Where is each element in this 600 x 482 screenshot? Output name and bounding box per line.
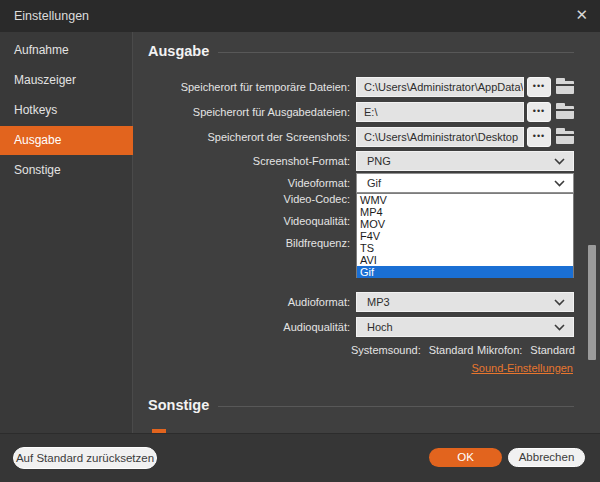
output-dir-input[interactable]: E:\: [356, 102, 524, 122]
sidebar-item-aufnahme[interactable]: Aufnahme: [0, 36, 133, 65]
section-heading-sonstige: Sonstige: [148, 397, 209, 413]
label-screenshot-dir: Speicherort der Screenshots:: [140, 127, 350, 147]
dropdown-option-gif[interactable]: Gif: [357, 266, 573, 278]
chevron-down-icon: [554, 158, 565, 165]
chevron-down-icon: [554, 324, 565, 331]
settings-dialog: Einstellungen ✕ Aufnahme Mauszeiger Hotk…: [0, 0, 600, 482]
label-temp-dir: Speicherort für temporäre Dateien:: [140, 77, 350, 97]
label-frame-rate: Bildfrequenz:: [140, 233, 350, 253]
video-format-value: Gif: [367, 177, 381, 189]
dropdown-option-f4v[interactable]: F4V: [357, 230, 573, 242]
close-icon[interactable]: ✕: [575, 6, 588, 24]
ok-button[interactable]: OK: [429, 448, 502, 467]
window-title: Einstellungen: [14, 9, 89, 23]
scrollbar-thumb[interactable]: [588, 245, 596, 360]
screenshot-dir-folder-icon[interactable]: [556, 128, 574, 144]
label-audio-format: Audioformat:: [140, 292, 350, 312]
temp-dir-folder-icon[interactable]: [556, 78, 574, 94]
cancel-button[interactable]: Abbrechen: [508, 448, 585, 467]
output-dir-browse-button[interactable]: •••: [527, 102, 551, 122]
heading-divider: [218, 406, 574, 407]
audio-quality-value: Hoch: [367, 321, 393, 333]
heading-divider: [218, 52, 574, 53]
dropdown-option-avi[interactable]: AVI: [357, 254, 573, 266]
systemsound-value: Standard: [429, 344, 474, 356]
sidebar-item-hotkeys[interactable]: Hotkeys: [0, 96, 133, 125]
dropdown-option-mp4[interactable]: MP4: [357, 206, 573, 218]
systemsound-info: Systemsound:Standard: [351, 344, 473, 356]
dropdown-option-mov[interactable]: MOV: [357, 218, 573, 230]
sound-settings-link[interactable]: Sound-Einstellungen: [471, 362, 573, 374]
audio-format-value: MP3: [367, 296, 390, 308]
dropdown-option-wmv[interactable]: WMV: [357, 194, 573, 206]
dropdown-option-ts[interactable]: TS: [357, 242, 573, 254]
temp-dir-browse-button[interactable]: •••: [527, 77, 551, 97]
sidebar-item-ausgabe[interactable]: Ausgabe: [0, 126, 133, 155]
screenshot-dir-browse-button[interactable]: •••: [527, 127, 551, 147]
screenshot-format-value: PNG: [367, 155, 391, 167]
sound-info-row: Systemsound:Standard Mikrofon:Standard: [351, 344, 575, 356]
sidebar-item-mauszeiger[interactable]: Mauszeiger: [0, 66, 133, 95]
label-screenshot-format: Screenshot-Format:: [140, 151, 350, 171]
chevron-down-icon: [554, 299, 565, 306]
audio-format-select[interactable]: MP3: [356, 292, 574, 312]
output-dir-folder-icon[interactable]: [556, 103, 574, 119]
temp-dir-input[interactable]: C:\Users\Administrator\AppData\Lo: [356, 77, 524, 97]
video-format-dropdown-list: WMV MP4 MOV F4V TS AVI Gif: [356, 193, 574, 278]
sidebar-item-sonstige[interactable]: Sonstige: [0, 156, 133, 185]
footer-bar: Auf Standard zurücksetzen OK Abbrechen: [0, 433, 600, 482]
audio-quality-select[interactable]: Hoch: [356, 317, 574, 337]
label-output-dir: Speicherort für Ausgabedateien:: [140, 102, 350, 122]
titlebar: Einstellungen ✕: [0, 0, 600, 32]
systemsound-label: Systemsound:: [351, 344, 421, 356]
label-video-quality: Videoqualität:: [140, 211, 350, 231]
sidebar: Aufnahme Mauszeiger Hotkeys Ausgabe Sons…: [0, 32, 133, 433]
label-audio-quality: Audioqualität:: [140, 317, 350, 337]
mikrofon-value: Standard: [530, 344, 575, 356]
mikrofon-label: Mikrofon:: [477, 344, 522, 356]
screenshot-dir-input[interactable]: C:\Users\Administrator\Desktop: [356, 127, 524, 147]
chevron-down-icon: [554, 180, 565, 187]
video-format-select[interactable]: Gif: [356, 173, 574, 193]
screenshot-format-select[interactable]: PNG: [356, 151, 574, 171]
section-heading-ausgabe: Ausgabe: [148, 43, 209, 59]
reset-defaults-button[interactable]: Auf Standard zurücksetzen: [13, 447, 157, 469]
mikrofon-info: Mikrofon:Standard: [477, 344, 575, 356]
label-video-codec: Video-Codec:: [140, 189, 350, 209]
